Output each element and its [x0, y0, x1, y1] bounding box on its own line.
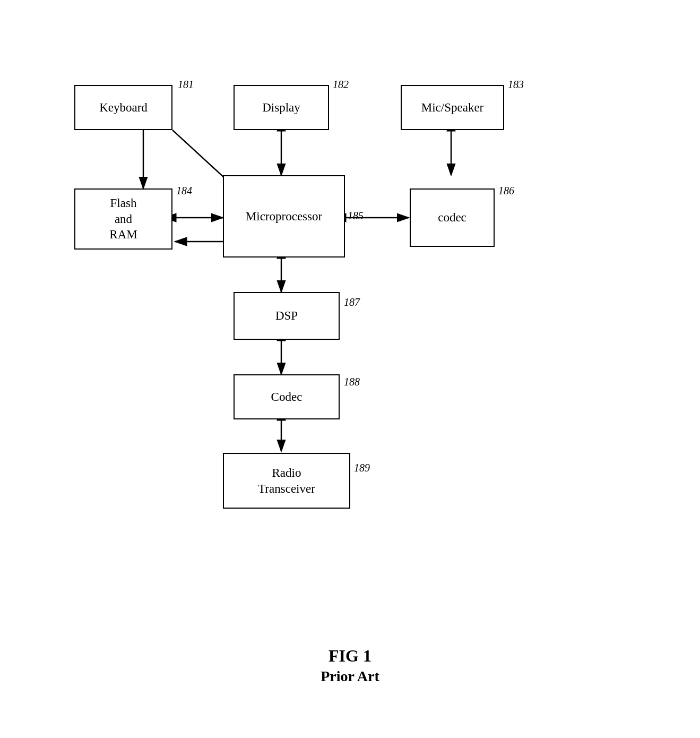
- dsp-box: DSP: [234, 292, 340, 340]
- keyboard-id: 181: [178, 79, 194, 91]
- codec-right-box: codec: [410, 188, 495, 247]
- keyboard-box: Keyboard: [74, 85, 172, 130]
- codec-right-id: 186: [498, 185, 514, 197]
- figure-caption: FIG 1 Prior Art: [321, 646, 379, 685]
- mic-speaker-id: 183: [508, 79, 524, 91]
- radio-id: 189: [354, 462, 370, 474]
- flash-ram-id: 184: [176, 185, 192, 197]
- display-box: Display: [234, 85, 329, 130]
- diagram-container: Keyboard 181 Display 182 Mic/Speaker 183…: [32, 32, 669, 669]
- mic-speaker-box: Mic/Speaker: [401, 85, 504, 130]
- dsp-id: 187: [344, 296, 360, 308]
- microprocessor-box: Microprocessor: [223, 175, 345, 258]
- figure-subtitle: Prior Art: [321, 668, 379, 685]
- figure-title: FIG 1: [321, 646, 379, 666]
- flash-ram-box: FlashandRAM: [74, 188, 172, 250]
- display-id: 182: [333, 79, 349, 91]
- radio-box: RadioTransceiver: [223, 453, 350, 509]
- codec-mid-box: Codec: [234, 374, 340, 419]
- codec-mid-id: 188: [344, 376, 360, 388]
- connection-185: 185: [348, 210, 364, 222]
